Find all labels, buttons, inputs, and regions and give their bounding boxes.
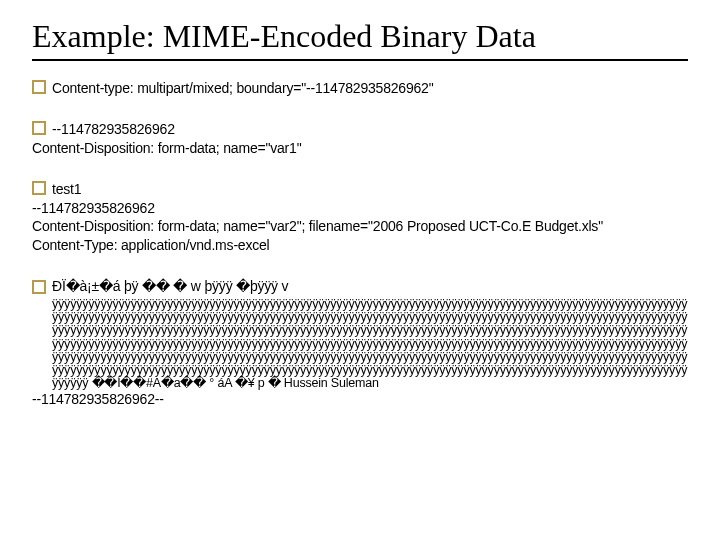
disposition-line-2: Content-Disposition: form-data; name="va…: [32, 217, 688, 236]
mime-header-block: Content-type: multipart/mixed; boundary=…: [32, 79, 688, 98]
part2-header-block: test1 --114782935826962 Content-Disposit…: [32, 180, 688, 256]
test-value-line: test1: [52, 180, 81, 199]
binary-data-block: ÐÏ�à¡±�á þÿ �� � w þÿÿÿ �þÿÿÿ v ÿÿÿÿÿÿÿÿ…: [32, 277, 688, 409]
content-type-line: Content-type: multipart/mixed; boundary=…: [52, 79, 433, 98]
part1-header-block: --114782935826962 Content-Disposition: f…: [32, 120, 688, 158]
slide-title: Example: MIME-Encoded Binary Data: [32, 18, 688, 61]
disposition-line: Content-Disposition: form-data; name="va…: [32, 139, 688, 158]
boundary-line-2: --114782935826962: [32, 199, 688, 218]
binary-prefix-line: ÐÏ�à¡±�á þÿ �� � w þÿÿÿ �þÿÿÿ v: [52, 277, 288, 296]
closing-boundary-line: --114782935826962--: [32, 390, 688, 409]
binary-tail: ��Í��#A�a�� ° áA �¥ p � Hussein Suleman: [88, 376, 379, 390]
bullet-icon: [32, 121, 46, 135]
bullet-icon: [32, 80, 46, 94]
content-type-excel-line: Content-Type: application/vnd.ms-excel: [32, 236, 688, 255]
boundary-line: --114782935826962: [52, 120, 175, 139]
bullet-icon: [32, 280, 46, 294]
bullet-icon: [32, 181, 46, 195]
